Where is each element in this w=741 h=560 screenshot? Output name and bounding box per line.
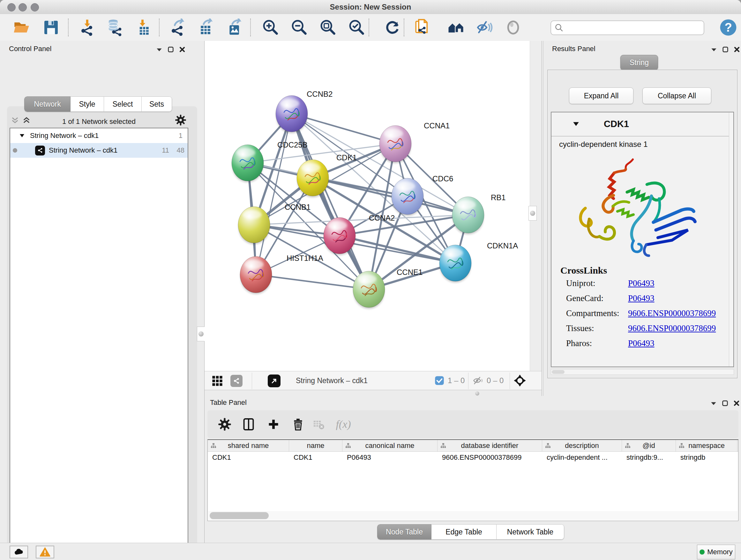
create-column-button[interactable]	[265, 415, 282, 433]
column-header-name[interactable]: name	[289, 440, 342, 451]
network-node-CDC6[interactable]	[392, 178, 423, 216]
zoom-fit-button[interactable]	[318, 17, 338, 38]
results-tab-string[interactable]: String	[620, 55, 658, 70]
help-button[interactable]: ?	[718, 17, 738, 38]
results-panel-window-controls	[711, 46, 740, 53]
open-session-button[interactable]	[11, 17, 32, 38]
column-header-shared-name[interactable]: shared name	[208, 440, 289, 451]
collapse-all-button[interactable]: Collapse All	[643, 87, 711, 104]
network-collection-row[interactable]: String Network – cdk1 1	[10, 128, 188, 143]
tab-style[interactable]: Style	[71, 97, 104, 112]
string-style-button[interactable]	[229, 374, 244, 388]
network-node-CDK1[interactable]	[297, 160, 329, 197]
right-splitter-handle[interactable]	[529, 206, 537, 221]
clone-network-button[interactable]	[413, 17, 433, 38]
section-title: CDK1	[604, 119, 629, 129]
node-label-CCNA2: CCNA2	[369, 213, 395, 222]
results-horizontal-scrollbar[interactable]	[551, 369, 734, 375]
search-input[interactable]	[564, 23, 704, 32]
section-expander-icon[interactable]	[572, 121, 580, 126]
splitter-dot[interactable]	[475, 391, 479, 395]
import-network-database-button[interactable]	[105, 17, 125, 38]
crosslink-link[interactable]: P06493	[628, 294, 655, 303]
column-header-description[interactable]: description	[542, 440, 622, 451]
show-columns-button[interactable]	[240, 415, 258, 433]
crosslink-link[interactable]: P06493	[628, 338, 655, 348]
export-image-button[interactable]	[224, 17, 245, 38]
panel-close-icon[interactable]	[733, 46, 740, 53]
selected-checkbox-icon[interactable]	[434, 376, 444, 385]
refresh-button[interactable]	[382, 17, 403, 38]
panel-float-icon[interactable]	[167, 46, 174, 53]
network-node-CCNB1[interactable]	[238, 206, 270, 244]
table-settings-button[interactable]	[216, 415, 233, 433]
column-header-canonical-name[interactable]: canonical name	[342, 440, 437, 451]
tab-network-table[interactable]: Network Table	[496, 524, 564, 540]
left-splitter-handle[interactable]	[197, 327, 205, 341]
tab-node-table[interactable]: Node Table	[377, 524, 431, 540]
network-node-CCNA1[interactable]	[380, 125, 411, 163]
network-canvas[interactable]: CCNB2CCNA1CDC25BCDK1CDC6RB1CCNB1CCNA2CDK…	[205, 41, 530, 371]
network-edge-HIST1H1A-CCNE1[interactable]	[256, 274, 369, 289]
panel-minimize-icon[interactable]	[710, 401, 717, 406]
birdseye-grid-button[interactable]	[210, 374, 224, 388]
hide-glasses-button[interactable]	[474, 17, 495, 38]
panel-float-icon[interactable]	[722, 46, 729, 53]
tab-select[interactable]: Select	[104, 97, 142, 112]
cdk1-section-header[interactable]: CDK1	[551, 112, 733, 136]
delete-column-button[interactable]	[289, 415, 307, 433]
panel-minimize-icon[interactable]	[156, 47, 163, 52]
crosslink-link[interactable]: P06493	[628, 278, 655, 288]
network-node-RB1[interactable]	[452, 197, 484, 234]
network-node-CCNE1[interactable]	[353, 271, 385, 309]
zoom-out-button[interactable]	[289, 17, 310, 38]
fit-content-crosshair-icon[interactable]	[514, 374, 526, 387]
network-row-selected[interactable]: String Network – cdk1 11 48	[10, 143, 188, 158]
save-session-button[interactable]	[41, 17, 61, 38]
table-horizontal-scrollbar[interactable]	[208, 511, 738, 520]
home-button[interactable]	[446, 17, 467, 38]
zoom-selected-button[interactable]	[347, 17, 367, 38]
network-node-CCNB2[interactable]	[276, 96, 308, 133]
network-edge-CCNB2-CCNE1[interactable]	[292, 114, 369, 289]
column-header-@id[interactable]: @id	[622, 440, 676, 451]
panel-close-icon[interactable]	[733, 400, 740, 407]
collapse-all-nets-icon[interactable]	[22, 117, 30, 124]
results-vertical-scrollbar[interactable]	[729, 112, 733, 367]
delete-table-button[interactable]	[310, 415, 328, 433]
crosslink-link[interactable]: 9606.ENSP00000378699	[628, 323, 716, 333]
network-node-CCNA2[interactable]	[324, 217, 355, 255]
function-builder-button[interactable]: f(x)	[334, 415, 352, 433]
horizontal-splitter[interactable]	[205, 390, 542, 396]
open-in-window-button[interactable]	[267, 374, 281, 388]
tab-network[interactable]: Network	[24, 97, 71, 112]
show-eye-button[interactable]	[503, 17, 523, 38]
export-table-button[interactable]	[196, 17, 216, 38]
tree-expander-icon[interactable]	[19, 133, 25, 138]
memory-button[interactable]: Memory	[697, 545, 735, 559]
network-edge-CDK1-RB1[interactable]	[313, 178, 468, 215]
column-header-database-identifier[interactable]: database identifier	[437, 440, 542, 451]
panel-close-icon[interactable]	[179, 46, 186, 53]
zoom-in-button[interactable]	[260, 17, 281, 38]
network-node-CDKN1A[interactable]	[440, 245, 471, 283]
scrollbar-thumb[interactable]	[210, 512, 269, 519]
panel-float-icon[interactable]	[722, 400, 729, 407]
search-field[interactable]	[550, 20, 704, 35]
import-table-button[interactable]	[133, 17, 154, 38]
tab-sets[interactable]: Sets	[142, 97, 172, 112]
tab-edge-table[interactable]: Edge Table	[431, 524, 496, 540]
warning-status-button[interactable]	[36, 546, 54, 558]
cloud-status-button[interactable]	[10, 546, 28, 558]
expand-all-button[interactable]: Expand All	[569, 87, 633, 104]
network-node-CDC25B[interactable]	[232, 145, 264, 182]
panel-minimize-icon[interactable]	[711, 47, 718, 52]
expand-all-nets-icon[interactable]	[11, 117, 19, 124]
network-node-HIST1H1A[interactable]	[240, 256, 272, 294]
network-options-gear-icon[interactable]	[175, 114, 186, 126]
table-row[interactable]: CDK1CDK1P064939606.ENSP00000378699cyclin…	[208, 452, 738, 463]
column-header-namespace[interactable]: namespace	[676, 440, 738, 451]
export-network-button[interactable]	[168, 17, 188, 38]
crosslink-link[interactable]: 9606.ENSP00000378699	[628, 308, 716, 318]
import-network-file-button[interactable]	[77, 17, 98, 38]
